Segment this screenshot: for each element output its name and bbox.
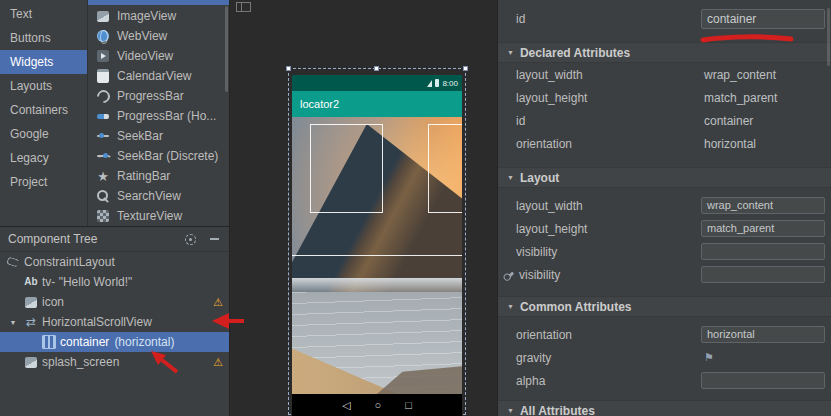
attributes-scrollbar[interactable]	[827, 8, 830, 66]
attr-label-id: id	[516, 12, 525, 26]
palette-category-text[interactable]: Text	[0, 2, 87, 26]
component-tree-panel: Component Tree ConstraintLayoutAbtv- "He…	[0, 226, 230, 416]
palette-category-containers[interactable]: Containers	[0, 98, 87, 122]
attr-label: alpha	[516, 374, 545, 388]
searchview-icon	[96, 189, 110, 203]
attr-row-id: idcontainer	[498, 109, 831, 132]
battery-icon	[435, 79, 439, 87]
gear-icon[interactable]	[183, 232, 197, 246]
section-all-attributes[interactable]: ▼All Attributes	[498, 400, 831, 416]
attr-row-orientation: orientationhorizontal	[498, 323, 831, 346]
tree-item-splash-screen[interactable]: splash_screen⚠	[0, 352, 229, 372]
tree-item-tv-hello-world[interactable]: Abtv- "Hello World!"	[0, 272, 229, 292]
signal-icon	[427, 80, 432, 87]
attr-value-field[interactable]: horizontal	[701, 326, 825, 343]
attr-value[interactable]: horizontal	[704, 137, 756, 151]
videoview-icon	[96, 49, 110, 63]
palette-category-widgets[interactable]: Widgets	[0, 50, 87, 74]
home-icon: ○	[375, 399, 382, 411]
component-tree-header: Component Tree	[0, 227, 229, 252]
section-title: Declared Attributes	[520, 46, 630, 60]
widget-item-seekbar[interactable]: SeekBar	[88, 126, 229, 146]
app-bar-title: locator2	[300, 98, 339, 110]
tree-item-constraintlayout[interactable]: ConstraintLayout	[0, 252, 229, 272]
imageview-icon	[96, 9, 110, 23]
section-collapse-icon: ▼	[507, 407, 514, 414]
id-input[interactable]	[701, 9, 825, 29]
widget-item-progressbar-ho[interactable]: ProgressBar (Ho...	[88, 106, 229, 126]
chevron-down-icon[interactable]: ▼	[6, 319, 20, 326]
section-title: All Attributes	[520, 404, 595, 416]
flag-icon[interactable]: ⚑	[704, 351, 714, 364]
tree-item-icon[interactable]: icon⚠	[0, 292, 229, 312]
widget-label: SearchView	[117, 189, 181, 203]
device-preview[interactable]: 8:00 locator2 ◁ ○ □	[292, 75, 462, 416]
attr-label: id	[516, 114, 525, 128]
section-title: Common Attributes	[520, 300, 632, 314]
design-mode-icon[interactable]	[236, 2, 251, 12]
palette-category-project[interactable]: Project	[0, 170, 87, 194]
tree-item-container[interactable]: container(horizontal)	[0, 332, 229, 352]
widget-item-searchview[interactable]: SearchView	[88, 186, 229, 206]
minimize-icon[interactable]	[207, 232, 221, 246]
section-collapse-icon: ▼	[507, 174, 514, 181]
attr-row-visibility: visibility	[498, 263, 831, 286]
textureview-icon	[96, 209, 110, 223]
textview-ab-icon: Ab	[24, 275, 38, 289]
palette-categories: TextButtonsWidgetsLayoutsContainersGoogl…	[0, 0, 88, 226]
linearlayout-horizontal-icon	[42, 335, 56, 349]
attr-value-field[interactable]	[701, 266, 825, 283]
attr-value-field[interactable]: match_parent	[701, 220, 825, 237]
resize-handle[interactable]	[286, 66, 291, 71]
attr-label: visibility	[519, 268, 560, 282]
palette-category-legacy[interactable]: Legacy	[0, 146, 87, 170]
attr-value[interactable]: container	[704, 114, 753, 128]
attr-value-field[interactable]	[701, 243, 825, 260]
palette-scrollbar[interactable]	[225, 6, 228, 92]
attr-row-id: id	[498, 4, 831, 34]
attr-value[interactable]: match_parent	[704, 91, 777, 105]
widget-item-webview[interactable]: WebView	[88, 26, 229, 46]
back-icon: ◁	[342, 399, 350, 412]
attr-label: layout_height	[516, 222, 587, 236]
section-common-attributes[interactable]: ▼Common Attributes	[498, 296, 831, 317]
attr-row-layout-width: layout_widthwrap_content	[498, 63, 831, 86]
wrench-icon	[500, 265, 520, 285]
resize-handle[interactable]	[374, 66, 379, 71]
tree-item-label: splash_screen	[42, 355, 119, 369]
widget-item-videoview[interactable]: VideoView	[88, 46, 229, 66]
preview-nav-bar: ◁ ○ □	[292, 394, 462, 416]
seekbar-icon	[96, 129, 110, 143]
palette-category-google[interactable]: Google	[0, 122, 87, 146]
widget-item-seekbar-discrete[interactable]: SeekBar (Discrete)	[88, 146, 229, 166]
imageview-icon	[24, 295, 38, 309]
attr-value[interactable]: wrap_content	[704, 68, 776, 82]
warning-icon[interactable]: ⚠	[213, 296, 223, 309]
widget-item-imageview[interactable]: ImageView	[88, 6, 229, 26]
warning-icon[interactable]: ⚠	[213, 356, 223, 369]
widget-item-ratingbar[interactable]: RatingBar	[88, 166, 229, 186]
resize-handle[interactable]	[463, 66, 468, 71]
widget-item-calendarview[interactable]: CalendarView	[88, 66, 229, 86]
section-declared-attributes[interactable]: ▼Declared Attributes	[498, 42, 831, 63]
widget-label: CalendarView	[117, 69, 192, 83]
widget-item-textureview[interactable]: TextureView	[88, 206, 229, 226]
progressbar-icon	[96, 89, 110, 103]
imageview-icon	[24, 355, 38, 369]
constraintlayout-icon	[6, 255, 20, 269]
component-tree-title: Component Tree	[8, 232, 173, 246]
widget-label: ProgressBar	[117, 89, 184, 103]
tree-item-horizontalscrollview[interactable]: ▼⇄HorizontalScrollView	[0, 312, 229, 332]
recents-icon: □	[405, 399, 412, 411]
section-layout[interactable]: ▼Layout	[498, 167, 831, 188]
attr-label: orientation	[516, 137, 572, 151]
attr-label: visibility	[516, 245, 557, 259]
attr-row-gravity: gravity⚑	[498, 346, 831, 369]
palette-category-buttons[interactable]: Buttons	[0, 26, 87, 50]
attr-value-field[interactable]	[701, 372, 825, 389]
attr-value-field[interactable]: wrap_content	[701, 197, 825, 214]
widget-item-progressbar[interactable]: ProgressBar	[88, 86, 229, 106]
widget-label: ProgressBar (Ho...	[117, 109, 216, 123]
design-surface[interactable]: 8:00 locator2 ◁ ○ □	[231, 0, 497, 416]
palette-category-layouts[interactable]: Layouts	[0, 74, 87, 98]
